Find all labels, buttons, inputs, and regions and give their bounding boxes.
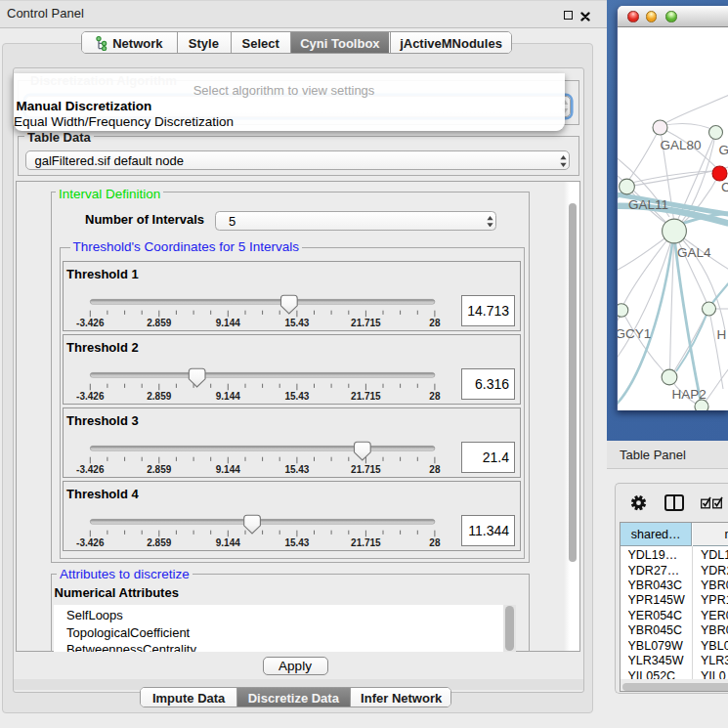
- svg-text:-3.426: -3.426: [76, 537, 105, 548]
- svg-text:28: 28: [429, 464, 441, 475]
- svg-text:H: H: [717, 327, 727, 342]
- svg-text:2.859: 2.859: [147, 464, 171, 475]
- svg-text:9.144: 9.144: [215, 318, 239, 328]
- svg-text:GAL80: GAL80: [661, 138, 702, 152]
- svg-text:2.859: 2.859: [147, 391, 171, 402]
- svg-text:GCY1: GCY1: [618, 326, 651, 341]
- svg-text:21.715: 21.715: [351, 391, 381, 402]
- svg-text:9.144: 9.144: [215, 391, 239, 402]
- svg-text:9.144: 9.144: [215, 537, 239, 548]
- svg-text:21.715: 21.715: [351, 318, 381, 328]
- svg-text:GA: GA: [719, 143, 728, 157]
- svg-text:15.43: 15.43: [284, 464, 309, 475]
- svg-text:9.144: 9.144: [215, 464, 239, 475]
- svg-text:28: 28: [429, 537, 441, 548]
- svg-text:28: 28: [429, 391, 441, 402]
- svg-text:28: 28: [429, 318, 441, 328]
- svg-text:2.859: 2.859: [147, 318, 171, 328]
- svg-text:15.43: 15.43: [284, 537, 309, 548]
- svg-text:-3.426: -3.426: [76, 318, 105, 328]
- svg-text:C: C: [721, 180, 728, 194]
- svg-text:21.715: 21.715: [351, 464, 381, 475]
- svg-text:GAL4: GAL4: [677, 245, 711, 260]
- svg-text:21.715: 21.715: [351, 537, 381, 548]
- svg-text:HAP2: HAP2: [672, 387, 707, 402]
- svg-text:15.43: 15.43: [284, 391, 309, 402]
- svg-text:2.859: 2.859: [147, 537, 171, 548]
- svg-text:-3.426: -3.426: [76, 391, 105, 402]
- svg-text:GAL11: GAL11: [628, 197, 668, 212]
- svg-text:-3.426: -3.426: [76, 464, 105, 475]
- svg-text:15.43: 15.43: [284, 318, 309, 328]
